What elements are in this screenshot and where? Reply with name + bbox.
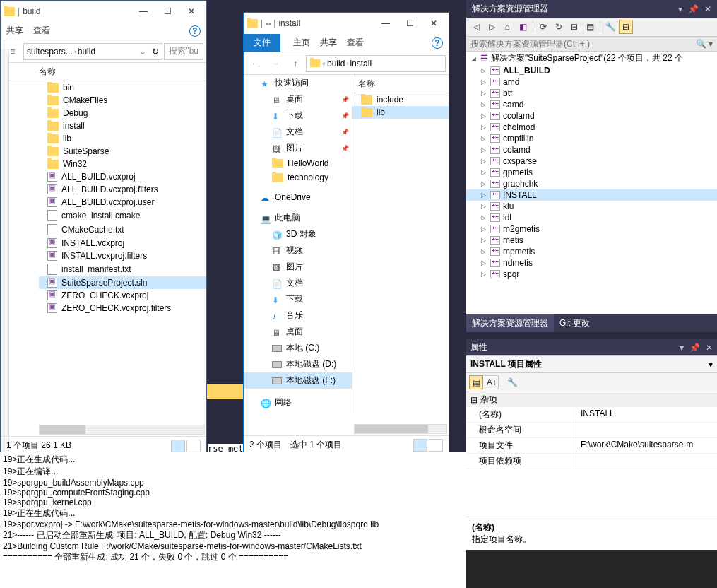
tab-share[interactable]: 共享 xyxy=(6,25,23,37)
hscrollbar[interactable] xyxy=(39,425,205,435)
file-item[interactable]: include xyxy=(352,93,449,106)
project-node[interactable]: ▷⁺⁺ btf xyxy=(466,88,717,99)
file-item[interactable]: lib xyxy=(39,132,206,145)
sidebar-item[interactable]: 🎞视频 xyxy=(244,242,352,259)
sidebar-item[interactable]: ★快速访问 xyxy=(244,75,352,91)
pin-icon[interactable]: 📌 xyxy=(689,343,700,353)
expand-icon[interactable]: ▷ xyxy=(479,78,487,86)
refresh-button[interactable]: ↻ xyxy=(552,20,566,34)
expand-icon[interactable]: ▷ xyxy=(479,169,487,176)
properties-button[interactable]: 🔧 xyxy=(603,20,617,34)
sidebar-item[interactable]: 🖼图片📌 xyxy=(244,140,352,156)
expand-icon[interactable]: ▷ xyxy=(479,237,487,244)
expand-icon[interactable]: ▷ xyxy=(479,112,487,119)
tab-home[interactable]: 主页 xyxy=(293,37,310,49)
sidebar-item[interactable]: ♪音乐 xyxy=(244,307,352,324)
file-item[interactable]: install_manifest.txt xyxy=(39,262,206,276)
solution-explorer-header[interactable]: 解决方案资源管理器 ▾ 📌 ✕ xyxy=(466,0,717,18)
properties-header[interactable]: 属性 ▾ 📌 ✕ xyxy=(466,339,717,356)
sidebar-item[interactable]: 💻此电脑 xyxy=(244,210,352,226)
file-item[interactable]: bin xyxy=(39,81,206,94)
refresh-icon[interactable]: ↻ xyxy=(152,47,159,57)
maximize-button[interactable]: ☐ xyxy=(155,1,179,21)
col-name-header[interactable]: 名称 xyxy=(358,78,375,90)
home-button[interactable]: ⌂ xyxy=(500,20,514,34)
project-node[interactable]: ▷⁺⁺ mpmetis xyxy=(466,246,717,257)
dropdown-icon[interactable]: ▾ xyxy=(680,343,684,353)
expand-icon[interactable]: ▷ xyxy=(479,158,487,165)
project-node[interactable]: ▷⁺⁺ cmpfillin xyxy=(466,133,717,144)
switch-button[interactable]: ◧ xyxy=(516,20,530,34)
alpha-button[interactable]: A↓ xyxy=(485,375,499,389)
help-icon[interactable]: ? xyxy=(189,25,201,37)
tab-share[interactable]: 共享 xyxy=(320,37,337,49)
expand-icon[interactable]: ▷ xyxy=(479,271,487,278)
project-node[interactable]: ▷⁺⁺ ndmetis xyxy=(466,257,717,269)
sidebar-item[interactable]: 📄文档 xyxy=(244,275,352,291)
bc-seg[interactable]: install xyxy=(350,59,372,69)
project-node[interactable]: ▷⁺⁺ ccolamd xyxy=(466,110,717,122)
property-row[interactable]: (名称)INSTALL xyxy=(466,407,717,423)
tab-git-changes[interactable]: Git 更改 xyxy=(554,314,595,332)
solution-search[interactable]: 🔍 ▾ xyxy=(466,37,717,52)
tab-view[interactable]: 查看 xyxy=(347,37,364,49)
expand-icon[interactable]: ▷ xyxy=(479,124,487,131)
titlebar[interactable]: | ▪▪ | install — ☐ ✕ xyxy=(244,13,449,34)
close-icon[interactable]: ✕ xyxy=(706,343,713,353)
property-value[interactable]: F:\work\CMake\suitesparse-m xyxy=(576,438,717,453)
tab-file[interactable]: 文件 xyxy=(244,34,280,52)
categorize-button[interactable]: ▤ xyxy=(469,375,483,389)
sidebar-item[interactable]: HelloWorld xyxy=(244,156,352,170)
file-item[interactable]: Win32 xyxy=(39,158,206,170)
expand-icon[interactable]: ▷ xyxy=(479,135,487,142)
show-all-button[interactable]: ▤ xyxy=(583,20,597,34)
back-button[interactable]: ← xyxy=(247,54,265,73)
sidebar-item[interactable]: ⬇下载📌 xyxy=(244,107,352,124)
sidebar-item[interactable]: 🖼图片 xyxy=(244,259,352,275)
forward-button[interactable]: ▷ xyxy=(485,20,499,34)
file-item[interactable]: ALL_BUILD.vcxproj.filters xyxy=(39,183,206,196)
expand-icon[interactable]: ▷ xyxy=(479,248,487,255)
sidebar-item[interactable]: 🖥桌面📌 xyxy=(244,91,352,107)
property-row[interactable]: 项目依赖项 xyxy=(466,454,717,469)
sidebar-item[interactable]: 🖥桌面 xyxy=(244,324,352,340)
back-button[interactable]: ◁ xyxy=(469,20,483,34)
sidebar-item[interactable]: 本地磁盘 (D:) xyxy=(244,356,352,372)
sidebar-item[interactable]: 🧊3D 对象 xyxy=(244,226,352,242)
dropdown-icon[interactable]: ▾ xyxy=(678,4,682,14)
project-node[interactable]: ▷⁺⁺ ALL_BUILD xyxy=(466,65,717,76)
file-item[interactable]: SuiteSparse xyxy=(39,145,206,158)
project-node[interactable]: ▷⁺⁺ INSTALL xyxy=(466,189,717,201)
bc-seg[interactable]: build xyxy=(327,59,345,69)
bc-dropdown[interactable]: ⌄ xyxy=(139,47,146,57)
expand-icon[interactable]: ▷ xyxy=(479,214,487,221)
close-button[interactable]: ✕ xyxy=(422,13,446,33)
bc-seg[interactable]: build xyxy=(78,47,95,57)
pin-icon[interactable]: 📌 xyxy=(688,4,699,14)
project-node[interactable]: ▷⁺⁺ klu xyxy=(466,201,717,212)
expand-icon[interactable]: ▷ xyxy=(479,180,487,187)
property-value[interactable] xyxy=(576,454,717,469)
project-node[interactable]: ▷⁺⁺ amd xyxy=(466,76,717,88)
solution-node[interactable]: ◢☰ 解决方案"SuiteSparseProject"(22 个项目，共 22 … xyxy=(466,52,717,65)
sidebar-item[interactable]: 🌐网络 xyxy=(244,394,352,411)
file-item[interactable]: ALL_BUILD.vcxproj.user xyxy=(39,196,206,208)
bc-seg[interactable]: suitespars... xyxy=(27,47,73,57)
expand-icon[interactable]: ▷ xyxy=(479,67,487,74)
maximize-button[interactable]: ☐ xyxy=(398,13,422,33)
project-node[interactable]: ▷⁺⁺ metis xyxy=(466,235,717,246)
breadcrumb[interactable]: « build › install xyxy=(306,55,446,72)
sync-button[interactable]: ⟳ xyxy=(536,20,550,34)
tab-solution-explorer[interactable]: 解决方案资源管理器 xyxy=(466,314,554,332)
view-details-button[interactable] xyxy=(171,440,185,452)
close-icon[interactable]: ✕ xyxy=(704,4,711,14)
project-node[interactable]: ▷⁺⁺ cholmod xyxy=(466,122,717,133)
property-row[interactable]: 根命名空间 xyxy=(466,423,717,438)
help-icon[interactable]: ? xyxy=(432,37,443,49)
sidebar-item[interactable]: ⬇下载 xyxy=(244,291,352,307)
file-item[interactable]: lib xyxy=(352,106,449,119)
view-icons-button[interactable] xyxy=(186,440,201,452)
file-item[interactable]: CMakeFiles xyxy=(39,94,206,107)
search-icon[interactable]: 🔍 ▾ xyxy=(696,39,713,49)
search-input[interactable] xyxy=(470,39,696,49)
